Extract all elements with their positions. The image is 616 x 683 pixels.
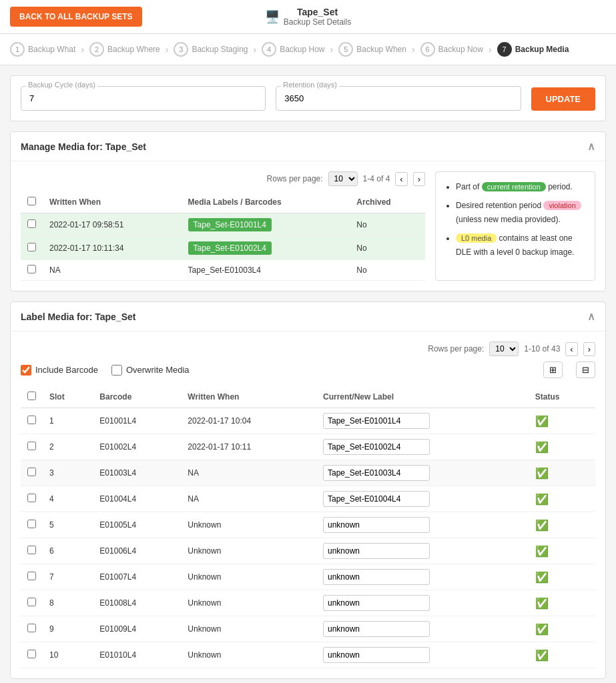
manage-media-card: Manage Media for: Tape_Set ∧ Rows per pa… (10, 131, 606, 291)
grid-view-btn[interactable]: ⊞ (543, 362, 563, 378)
manage-legend: Part of current retention period. Desire… (435, 171, 595, 281)
label-row-slot: 1 (43, 408, 93, 434)
label-row-label-input[interactable] (323, 569, 430, 585)
manage-prev-btn[interactable]: ‹ (395, 172, 407, 186)
step-3[interactable]: 3 Backup Staging (174, 42, 248, 57)
update-button[interactable]: UPDATE (531, 87, 595, 111)
label-row-label-input[interactable] (323, 543, 430, 559)
step-2-num: 2 (89, 42, 104, 57)
label-rows-select[interactable]: 10 25 50 (489, 342, 519, 356)
manage-row-checkbox[interactable] (27, 219, 36, 228)
list-view-btn[interactable]: ⊟ (576, 362, 595, 378)
label-table-row: 10 E01010L4 Unknown ✅ (21, 642, 595, 668)
manage-row-checkbox[interactable] (27, 265, 36, 273)
label-row-check-cell (21, 486, 43, 512)
label-media-header: Label Media for: Tape_Set ∧ (11, 302, 605, 331)
backup-cycle-input[interactable] (21, 86, 266, 111)
label-col-slot: Slot (43, 386, 93, 408)
overwrite-media-checkbox[interactable] (111, 365, 122, 376)
label-row-checkbox[interactable] (27, 572, 36, 580)
label-row-label-cell (316, 434, 529, 460)
label-row-written: Unknown (181, 642, 316, 668)
status-ok-icon: ✅ (535, 572, 549, 583)
label-row-status: ✅ (529, 460, 595, 486)
label-row-barcode: E01009L4 (93, 616, 181, 642)
label-row-label-input[interactable] (323, 439, 430, 455)
label-media-collapse[interactable]: ∧ (587, 310, 595, 323)
label-row-label-input[interactable] (323, 647, 430, 663)
manage-header-check (21, 191, 43, 213)
include-barcode-checkbox[interactable] (21, 365, 31, 376)
label-row-checkbox[interactable] (27, 494, 36, 502)
label-row-slot: 9 (43, 616, 93, 642)
label-row-check-cell (21, 642, 43, 668)
label-row-checkbox[interactable] (27, 598, 36, 606)
step-4-num: 4 (262, 42, 276, 57)
label-table-row: 5 E01005L4 Unknown ✅ (21, 512, 595, 538)
badge-violation: violation (543, 201, 581, 210)
arrow-5: › (412, 44, 415, 55)
step-7[interactable]: 7 Backup Media (497, 42, 569, 57)
label-table-row: 1 E01001L4 2022-01-17 10:04 ✅ (21, 408, 595, 434)
include-barcode-label[interactable]: Include Barcode (21, 365, 98, 376)
label-controls: Include Barcode Overwrite Media ⊞ ⊟ (21, 362, 595, 378)
label-row-barcode: E01010L4 (93, 642, 181, 668)
step-6[interactable]: 6 Backup Now (420, 42, 483, 57)
label-row-label-input[interactable] (323, 491, 430, 507)
legend-item-2: Desired retention period violation (unle… (456, 199, 587, 227)
label-select-all[interactable] (27, 392, 36, 400)
label-row-checkbox[interactable] (27, 520, 36, 528)
label-table-row: 8 E01008L4 Unknown ✅ (21, 590, 595, 616)
legend-item-3: L0 media contains at least one DLE with … (456, 231, 587, 260)
label-row-checkbox[interactable] (27, 650, 36, 658)
label-row-label-input[interactable] (323, 465, 430, 481)
status-ok-icon: ✅ (535, 650, 549, 661)
label-row-label-input[interactable] (323, 621, 430, 637)
manage-table-controls: Rows per page: 10 25 50 1-4 of 4 ‹ › (21, 171, 425, 186)
step-2[interactable]: 2 Backup Where (89, 42, 160, 57)
back-button[interactable]: BACK TO ALL BACKUP SETS (10, 7, 142, 27)
overwrite-media-label[interactable]: Overwrite Media (111, 365, 190, 376)
label-row-status: ✅ (529, 616, 595, 642)
label-row-checkbox[interactable] (27, 442, 36, 450)
step-1[interactable]: 1 Backup What (10, 42, 75, 57)
label-row-checkbox[interactable] (27, 416, 36, 424)
page-title-center: 🖥️ Tape_Set Backup Set Details (265, 7, 351, 27)
label-row-written: Unknown (181, 512, 316, 538)
manage-row: 2022-01-17 10:11:34 Tape_Set-E01002L4 No (21, 237, 425, 260)
manage-media-collapse[interactable]: ∧ (587, 140, 595, 153)
retention-label: Retention (days) (281, 81, 339, 89)
step-7-num: 7 (497, 42, 512, 57)
label-row-check-cell (21, 434, 43, 460)
label-prev-btn[interactable]: ‹ (565, 342, 577, 356)
step-5[interactable]: 5 Backup When (338, 42, 406, 57)
manage-row-checkbox[interactable] (27, 243, 36, 251)
label-row-label-cell (316, 408, 529, 434)
manage-row-label: Tape_Set-E01002L4 (182, 237, 350, 260)
step-5-label: Backup When (356, 45, 406, 54)
manage-row: NA Tape_Set-E01003L4 No (21, 260, 425, 281)
label-row-written: 2022-01-17 10:04 (181, 408, 316, 434)
retention-input[interactable] (276, 86, 521, 111)
label-row-status: ✅ (529, 434, 595, 460)
manage-rows-select[interactable]: 10 25 50 (328, 171, 358, 186)
label-row-label-input[interactable] (323, 517, 430, 533)
label-rows-label: Rows per page: (428, 344, 484, 354)
label-row-label-input[interactable] (323, 595, 430, 611)
label-col-status: Status (529, 386, 595, 408)
label-row-barcode: E01005L4 (93, 512, 181, 538)
label-row-slot: 5 (43, 512, 93, 538)
label-row-checkbox[interactable] (27, 624, 36, 632)
label-row-checkbox[interactable] (27, 546, 36, 554)
label-row-barcode: E01002L4 (93, 434, 181, 460)
manage-row-check-cell (21, 260, 43, 281)
label-row-written: Unknown (181, 616, 316, 642)
manage-select-all[interactable] (27, 197, 36, 205)
label-next-btn[interactable]: › (583, 342, 595, 356)
label-row-checkbox[interactable] (27, 468, 36, 476)
label-row-slot: 10 (43, 642, 93, 668)
label-row-label-input[interactable] (323, 413, 430, 429)
manage-next-btn[interactable]: › (413, 172, 425, 186)
label-row-label-cell (316, 564, 529, 590)
step-4[interactable]: 4 Backup How (262, 42, 324, 57)
